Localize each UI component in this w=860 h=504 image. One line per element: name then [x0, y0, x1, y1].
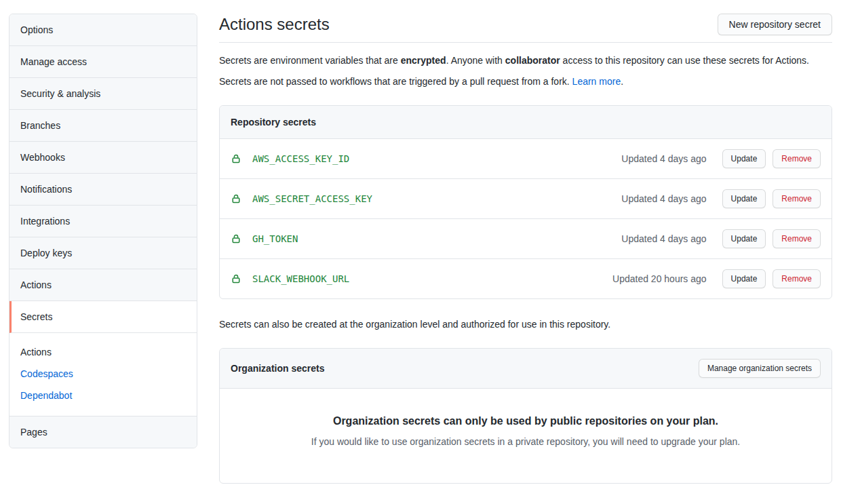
manage-organization-secrets-button[interactable]: Manage organization secrets — [699, 359, 821, 378]
secret-name: SLACK_WEBHOOK_URL — [252, 273, 349, 284]
remove-secret-button[interactable]: Remove — [773, 269, 821, 288]
secret-row: SLACK_WEBHOOK_URL Updated 20 hours ago U… — [220, 259, 832, 298]
sidebar-item-options[interactable]: Options — [9, 14, 197, 46]
lock-icon — [231, 233, 241, 244]
repository-secrets-header: Repository secrets — [220, 106, 832, 139]
page-description: Secrets are environment variables that a… — [219, 54, 832, 89]
secret-row: AWS_ACCESS_KEY_ID Updated 4 days ago Upd… — [220, 139, 832, 179]
description-text: . Anyone with — [446, 55, 505, 66]
secret-name: GH_TOKEN — [252, 233, 298, 244]
sidebar-item-integrations[interactable]: Integrations — [9, 206, 197, 237]
secrets-subnav: Actions Codespaces Dependabot — [9, 333, 197, 416]
update-secret-button[interactable]: Update — [722, 269, 766, 288]
subnav-item-dependabot[interactable]: Dependabot — [20, 385, 186, 406]
secret-updated: Updated 4 days ago — [621, 233, 706, 244]
settings-sidebar: Options Manage access Security & analysi… — [9, 14, 197, 448]
subnav-item-actions[interactable]: Actions — [20, 341, 186, 363]
description-text: Secrets are not passed to workflows that… — [219, 76, 572, 87]
description-bold-collaborator: collaborator — [505, 55, 560, 66]
remove-secret-button[interactable]: Remove — [773, 149, 821, 168]
org-secrets-note: Secrets can also be created at the organ… — [219, 317, 832, 332]
lock-icon — [231, 273, 241, 284]
empty-state-subtitle: If you would like to use organization se… — [247, 435, 804, 449]
sidebar-item-secrets[interactable]: Secrets — [9, 301, 197, 333]
sidebar-item-security-analysis[interactable]: Security & analysis — [9, 78, 197, 110]
secret-updated: Updated 4 days ago — [621, 153, 706, 164]
organization-secrets-box: Organization secrets Manage organization… — [219, 348, 832, 484]
update-secret-button[interactable]: Update — [722, 189, 766, 208]
sidebar-item-notifications[interactable]: Notifications — [9, 174, 197, 206]
sidebar-item-webhooks[interactable]: Webhooks — [9, 142, 197, 174]
page-header: Actions secrets New repository secret — [219, 14, 832, 43]
update-secret-button[interactable]: Update — [722, 229, 766, 248]
new-repository-secret-button[interactable]: New repository secret — [718, 14, 832, 35]
repository-secrets-box: Repository secrets AWS_ACCESS_KEY_ID Upd… — [219, 105, 832, 299]
sidebar-item-pages[interactable]: Pages — [9, 416, 197, 448]
repository-secrets-title: Repository secrets — [231, 115, 316, 129]
secret-updated: Updated 4 days ago — [621, 193, 706, 204]
sidebar-item-manage-access[interactable]: Manage access — [9, 46, 197, 78]
description-line-1: Secrets are environment variables that a… — [219, 54, 832, 68]
secret-row: GH_TOKEN Updated 4 days ago Update Remov… — [220, 219, 832, 259]
description-text: . — [621, 76, 623, 87]
description-text: Secrets are environment variables that a… — [219, 55, 401, 66]
lock-icon — [231, 153, 241, 164]
remove-secret-button[interactable]: Remove — [773, 189, 821, 208]
description-text: access to this repository can use these … — [560, 55, 809, 66]
lock-icon — [231, 193, 241, 204]
secret-name: AWS_ACCESS_KEY_ID — [252, 153, 349, 164]
subnav-item-codespaces[interactable]: Codespaces — [20, 363, 186, 385]
secret-updated: Updated 20 hours ago — [612, 273, 707, 284]
page-title: Actions secrets — [219, 14, 330, 35]
remove-secret-button[interactable]: Remove — [773, 229, 821, 248]
sidebar-item-branches[interactable]: Branches — [9, 110, 197, 142]
empty-state-title: Organization secrets can only be used by… — [247, 413, 804, 429]
description-line-2: Secrets are not passed to workflows that… — [219, 75, 832, 89]
sidebar-item-actions[interactable]: Actions — [9, 269, 197, 301]
organization-secrets-title: Organization secrets — [231, 362, 325, 375]
organization-secrets-empty-state: Organization secrets can only be used by… — [220, 389, 832, 483]
update-secret-button[interactable]: Update — [722, 149, 766, 168]
description-bold-encrypted: encrypted — [401, 55, 446, 66]
organization-secrets-header: Organization secrets Manage organization… — [220, 349, 832, 389]
secret-name: AWS_SECRET_ACCESS_KEY — [252, 193, 372, 204]
learn-more-link[interactable]: Learn more — [572, 76, 621, 87]
secret-row: AWS_SECRET_ACCESS_KEY Updated 4 days ago… — [220, 179, 832, 219]
sidebar-item-deploy-keys[interactable]: Deploy keys — [9, 237, 197, 269]
main-content: Actions secrets New repository secret Se… — [219, 14, 832, 484]
